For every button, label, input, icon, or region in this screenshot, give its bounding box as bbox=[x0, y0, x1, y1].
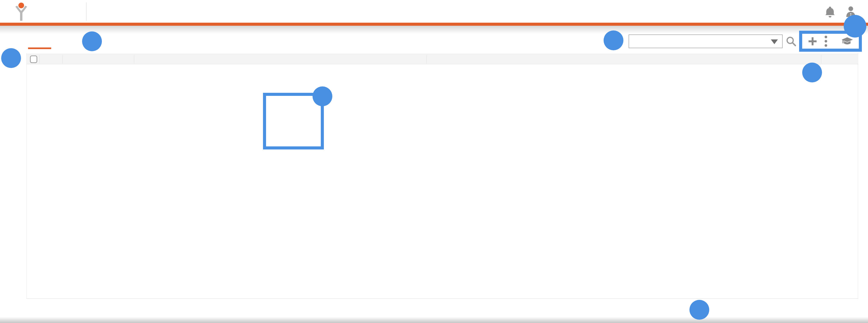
chevron-down-icon bbox=[771, 39, 778, 44]
subheader bbox=[0, 26, 868, 53]
work-orders-table bbox=[26, 53, 858, 299]
tab-list-active-underline bbox=[28, 48, 51, 49]
logo-figure-icon bbox=[13, 2, 29, 21]
annotation-g bbox=[689, 300, 709, 320]
table-bottom-border bbox=[27, 298, 858, 299]
filter-select[interactable] bbox=[628, 34, 783, 48]
notifications-bell-icon[interactable] bbox=[825, 6, 835, 19]
kebab-menu-icon[interactable] bbox=[825, 36, 827, 47]
top-bar bbox=[0, 0, 868, 23]
annotation-e bbox=[312, 86, 332, 106]
annotation-f bbox=[802, 63, 822, 82]
plus-icon[interactable] bbox=[808, 36, 817, 46]
header-divider bbox=[86, 2, 87, 21]
training-icon[interactable] bbox=[841, 36, 854, 46]
annotation-b bbox=[603, 30, 623, 50]
mobiwork-logo bbox=[13, 2, 30, 22]
accent-bar bbox=[0, 23, 868, 26]
bottom-fade bbox=[0, 317, 868, 323]
select-all-checkbox[interactable] bbox=[30, 56, 37, 63]
table-header-row bbox=[27, 54, 858, 64]
search-icon[interactable] bbox=[785, 36, 797, 48]
column-divider bbox=[39, 55, 40, 63]
annotation-a bbox=[82, 31, 102, 51]
work-order-page bbox=[0, 0, 868, 323]
annotation-d bbox=[1, 48, 21, 68]
annotation-c bbox=[844, 15, 866, 37]
